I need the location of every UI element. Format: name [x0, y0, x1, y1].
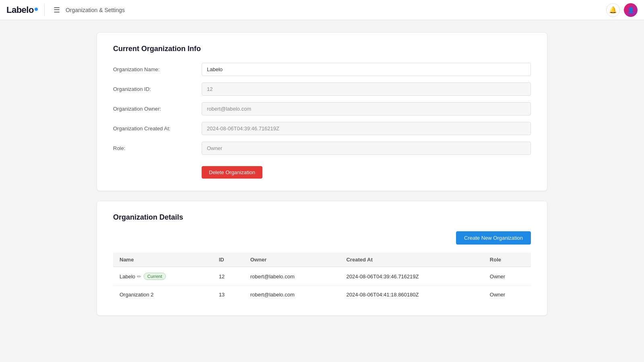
- cell-created-at: 2024-08-06T04:39:46.716219Z: [340, 267, 483, 286]
- input-org-created-at: [202, 122, 531, 135]
- page-content: Current Organization Info Organization N…: [80, 20, 564, 337]
- current-badge: Current: [144, 273, 166, 280]
- organizations-table: Name ID Owner Created At Role Labelo✏Cur…: [113, 253, 531, 303]
- col-owner: Owner: [244, 253, 340, 267]
- col-role: Role: [483, 253, 531, 267]
- label-org-owner: Organization Owner:: [113, 106, 202, 112]
- header-actions: 🔔 👤: [606, 3, 638, 17]
- org-details-title: Organization Details: [113, 213, 531, 222]
- create-new-organization-button[interactable]: Create New Organization: [456, 231, 531, 245]
- current-org-info-card: Current Organization Info Organization N…: [97, 32, 547, 191]
- page-title: Organization & Settings: [66, 7, 606, 13]
- delete-organization-button[interactable]: Delete Organization: [202, 166, 262, 179]
- label-role: Role:: [113, 145, 202, 151]
- edit-icon[interactable]: ✏: [137, 274, 141, 280]
- cell-name: Labelo✏Current: [113, 267, 213, 286]
- org-details-header: Create New Organization: [113, 231, 531, 245]
- name-cell: Organization 2: [120, 292, 206, 298]
- table-row: Labelo✏Current12robert@labelo.com2024-08…: [113, 267, 531, 286]
- logo-dot: [35, 8, 38, 11]
- form-row-org-name: Organization Name:: [113, 63, 531, 76]
- input-org-name[interactable]: [202, 63, 531, 76]
- input-role: [202, 142, 531, 155]
- form-row-org-created-at: Organization Created At:: [113, 122, 531, 135]
- cell-owner: robert@labelo.com: [244, 286, 340, 304]
- menu-icon[interactable]: ☰: [51, 3, 62, 17]
- form-row-org-owner: Organization Owner:: [113, 102, 531, 115]
- col-name: Name: [113, 253, 213, 267]
- org-name-text: Organization 2: [120, 292, 154, 298]
- name-cell: Labelo✏Current: [120, 273, 206, 280]
- form-row-role: Role:: [113, 142, 531, 155]
- app-logo: Labelo: [6, 5, 38, 15]
- label-org-created-at: Organization Created At:: [113, 125, 202, 132]
- header-divider: [44, 4, 45, 16]
- cell-role: Owner: [483, 286, 531, 304]
- notification-bell-button[interactable]: 🔔: [606, 3, 620, 17]
- cell-name: Organization 2: [113, 286, 213, 304]
- label-org-id: Organization ID:: [113, 86, 202, 92]
- logo-text: Labelo: [6, 5, 34, 15]
- input-org-owner: [202, 102, 531, 115]
- cell-id: 12: [213, 267, 244, 286]
- col-id: ID: [213, 253, 244, 267]
- avatar-icon: 👤: [627, 7, 634, 13]
- table-body: Labelo✏Current12robert@labelo.com2024-08…: [113, 267, 531, 304]
- org-name-text: Labelo: [120, 274, 135, 280]
- cell-owner: robert@labelo.com: [244, 267, 340, 286]
- col-created-at: Created At: [340, 253, 483, 267]
- cell-created-at: 2024-08-06T04:41:18.860180Z: [340, 286, 483, 304]
- cell-id: 13: [213, 286, 244, 304]
- table-header-row: Name ID Owner Created At Role: [113, 253, 531, 267]
- table-head: Name ID Owner Created At Role: [113, 253, 531, 267]
- org-details-card: Organization Details Create New Organiza…: [97, 201, 547, 316]
- input-org-id: [202, 82, 531, 96]
- bell-icon: 🔔: [609, 6, 617, 14]
- current-org-info-title: Current Organization Info: [113, 45, 531, 53]
- app-header: Labelo ☰ Organization & Settings 🔔 👤: [0, 0, 644, 20]
- table-row: Organization 213robert@labelo.com2024-08…: [113, 286, 531, 304]
- label-org-name: Organization Name:: [113, 66, 202, 72]
- form-row-org-id: Organization ID:: [113, 82, 531, 96]
- cell-role: Owner: [483, 267, 531, 286]
- user-avatar-button[interactable]: 👤: [624, 3, 638, 17]
